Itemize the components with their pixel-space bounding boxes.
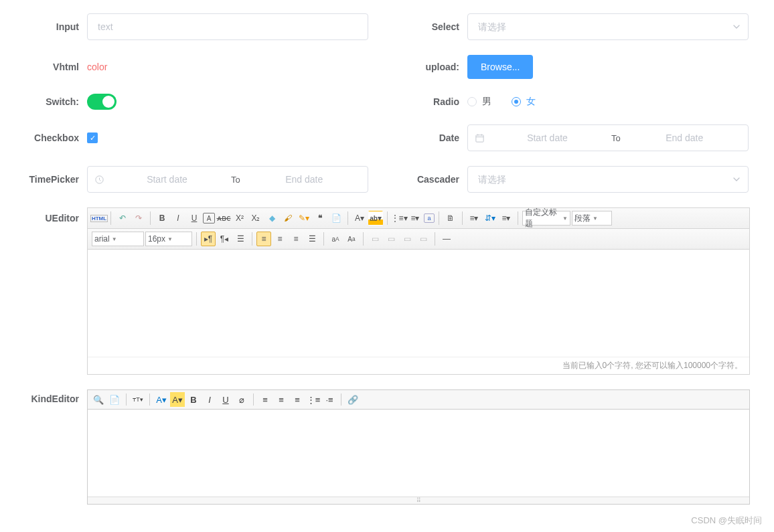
italic-button[interactable]: I	[202, 392, 217, 407]
label-vhtml: Vhtml	[7, 62, 87, 72]
removeformat-button[interactable]: ⌀	[234, 392, 249, 407]
toolbar-separator	[363, 232, 364, 246]
bold-button[interactable]: B	[155, 211, 169, 226]
align-justify-button[interactable]: ☰	[305, 232, 319, 246]
select-input[interactable]	[467, 13, 749, 40]
backcolor-button[interactable]: ab▾	[368, 211, 383, 226]
justifyleft-button[interactable]: ≡	[258, 392, 273, 407]
superscript-button[interactable]: X²	[232, 211, 247, 226]
align-left-button[interactable]: ≡	[256, 232, 271, 246]
font-size-combo[interactable]: 16px▼	[145, 232, 192, 246]
label-date: Date	[387, 132, 467, 143]
ueditor-toolbar: HTML ↶ ↷ B I U A ᴀʙᴄ X² X₂ ◆ 🖌 ✎▾ ❝ 📄 A▾…	[88, 208, 749, 229]
time-end-input[interactable]	[246, 174, 363, 185]
redo-button[interactable]: ↷	[131, 211, 146, 226]
toolbar-separator	[518, 211, 518, 225]
image-none-button[interactable]: ▭	[368, 232, 382, 246]
blockquote-button[interactable]: ❝	[313, 211, 327, 226]
paragraph-combo[interactable]: 段落▼	[572, 211, 612, 226]
link-button[interactable]: 🔗	[345, 392, 360, 407]
selectall-button[interactable]: a	[424, 213, 435, 223]
radio-label: 男	[482, 96, 491, 108]
toolbar-separator	[110, 211, 111, 225]
label-kindeditor: KindEditor	[7, 389, 87, 404]
justifyright-button[interactable]: ≡	[290, 392, 305, 407]
align-center-button[interactable]: ≡	[273, 232, 287, 246]
unordered-list-button[interactable]: ≡▾	[408, 211, 422, 226]
label-select: Select	[387, 21, 467, 32]
switch-toggle[interactable]	[87, 94, 117, 110]
cascader-dropdown[interactable]	[467, 166, 749, 193]
direction-ltr-button[interactable]: ▸¶	[201, 232, 216, 246]
forecolor-button[interactable]: A▾	[352, 211, 367, 226]
forecolor-button[interactable]: A▾	[154, 392, 169, 407]
tolowercase-button[interactable]: aA	[328, 232, 343, 246]
html-source-button[interactable]: HTML	[92, 211, 106, 226]
toolbar-separator	[323, 232, 324, 246]
radio-option-female[interactable]: 女	[512, 96, 536, 108]
select-dropdown[interactable]	[467, 13, 749, 40]
source-button[interactable]: 🔍	[91, 392, 106, 407]
italic-button[interactable]: I	[171, 211, 185, 226]
toolbar-separator	[439, 211, 439, 225]
custom-title-combo[interactable]: 自定义标题▼	[522, 211, 570, 226]
justify-center-button[interactable]: ⇵▾	[483, 211, 497, 226]
time-range-picker[interactable]: To	[87, 166, 368, 193]
label-radio: Radio	[387, 96, 467, 107]
date-range-picker[interactable]: To	[467, 124, 749, 151]
touppercase-button[interactable]: Aa	[344, 232, 359, 246]
strikethrough-button[interactable]: ᴀʙᴄ	[216, 211, 231, 226]
fontsize-button[interactable]: ᴛT▾	[131, 392, 145, 407]
checkbox-toggle[interactable]: ✓	[87, 132, 98, 143]
fontborder-button[interactable]: A	[203, 213, 215, 224]
browse-button[interactable]: Browse...	[467, 55, 533, 79]
justify-right-button[interactable]: ≡▾	[499, 211, 514, 226]
clock-icon	[94, 175, 104, 185]
kindeditor: 🔍 📄 ᴛT▾ A▾ A▾ B I U ⌀ ≡ ≡ ≡ ⋮≡ ∙≡ 🔗	[87, 389, 750, 505]
label-timepicker: TimePicker	[7, 174, 87, 185]
underline-button[interactable]: U	[187, 211, 202, 226]
date-end-input[interactable]	[626, 132, 743, 143]
radio-option-male[interactable]: 男	[467, 96, 491, 108]
hilitecolor-button[interactable]: A▾	[170, 392, 185, 407]
cascader-input[interactable]	[467, 166, 749, 193]
underline-button[interactable]: U	[218, 392, 233, 407]
direction-rtl-button[interactable]: ¶◂	[217, 232, 232, 246]
ordered-list-button[interactable]: ⋮≡▾	[392, 211, 406, 226]
bold-button[interactable]: B	[186, 392, 201, 407]
undo-button[interactable]: ↶	[115, 211, 130, 226]
ueditor-body[interactable]	[88, 250, 749, 357]
ueditor: HTML ↶ ↷ B I U A ᴀʙᴄ X² X₂ ◆ 🖌 ✎▾ ❝ 📄 A▾…	[87, 207, 750, 375]
justify-left-button[interactable]: ≡▾	[467, 211, 481, 226]
time-start-input[interactable]	[108, 174, 226, 185]
horizontal-rule-button[interactable]: —	[439, 232, 454, 246]
image-left-button[interactable]: ▭	[384, 232, 398, 246]
image-right-button[interactable]: ▭	[400, 232, 414, 246]
toolbar-separator	[347, 211, 348, 225]
kindeditor-body[interactable]	[88, 410, 749, 497]
insertunorderedlist-button[interactable]: ∙≡	[322, 392, 337, 407]
justifycenter-button[interactable]: ≡	[274, 392, 289, 407]
input-text[interactable]	[87, 13, 368, 40]
toolbar-separator	[462, 211, 463, 225]
pasteplain-button[interactable]: 📄	[329, 211, 343, 226]
vhtml-value: color	[87, 62, 107, 72]
insertorderedlist-button[interactable]: ⋮≡	[306, 392, 321, 407]
toolbar-separator	[150, 211, 151, 225]
align-right-button[interactable]: ≡	[289, 232, 303, 246]
preview-button[interactable]: 📄	[107, 392, 122, 407]
label-checkbox: Checkbox	[7, 132, 87, 143]
image-center-button[interactable]: ▭	[416, 232, 431, 246]
autotypeset-button[interactable]: ✎▾	[297, 211, 311, 226]
formatmatch-button[interactable]: 🖌	[281, 211, 295, 226]
eraser-button[interactable]: ◆	[264, 211, 279, 226]
print-button[interactable]: 🗎	[443, 211, 458, 226]
indent-button[interactable]: ☰	[233, 232, 248, 246]
radio-label: 女	[526, 96, 536, 108]
toolbar-separator	[149, 393, 150, 406]
date-start-input[interactable]	[489, 132, 606, 143]
kindeditor-statusbar[interactable]: ⠿	[88, 497, 749, 504]
subscript-button[interactable]: X₂	[248, 211, 263, 226]
kindeditor-toolbar: 🔍 📄 ᴛT▾ A▾ A▾ B I U ⌀ ≡ ≡ ≡ ⋮≡ ∙≡ 🔗	[88, 390, 749, 410]
font-family-combo[interactable]: arial▼	[92, 232, 144, 246]
